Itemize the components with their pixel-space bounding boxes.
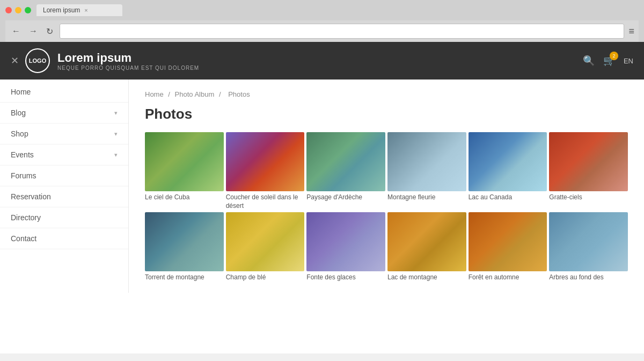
- cart-icon[interactable]: 🛒 2: [603, 55, 615, 67]
- photo-item[interactable]: Le ciel de Cuba: [145, 132, 224, 210]
- header-close-icon[interactable]: ✕: [11, 55, 19, 67]
- breadcrumb: Home / Photo Album / Photos: [145, 90, 628, 98]
- sidebar-item-shop[interactable]: Shop ▾: [0, 124, 128, 145]
- browser-dots: [5, 7, 31, 13]
- photo-thumbnail: [549, 132, 628, 191]
- cart-badge: 2: [610, 52, 618, 60]
- photo-item[interactable]: Paysage d'Ardèche: [306, 132, 385, 210]
- sidebar-item-label: Contact: [11, 234, 36, 243]
- sidebar-item-forums[interactable]: Forums: [0, 165, 128, 186]
- chevron-down-icon: ▾: [114, 151, 118, 158]
- language-button[interactable]: EN: [624, 57, 633, 65]
- photo-caption: Arbres au fond des: [549, 273, 628, 282]
- photo-thumbnail: [387, 132, 466, 191]
- tab-close-button[interactable]: ×: [84, 7, 87, 13]
- browser-nav-bar: ← → ↻ ≡: [5, 20, 639, 42]
- photo-item[interactable]: Lac au Canada: [469, 132, 547, 210]
- chevron-down-icon: ▾: [114, 131, 118, 138]
- brand-name: Lorem ipsum: [57, 51, 199, 65]
- sidebar-item-label: Forums: [11, 171, 36, 180]
- browser-menu-button[interactable]: ≡: [628, 26, 634, 37]
- chevron-down-icon: ▾: [114, 110, 118, 117]
- site-wrapper: ✕ LOGO Lorem ipsum NEQUE PORRO QUISQUAM …: [0, 42, 644, 353]
- photo-item[interactable]: Forêt en automne: [469, 212, 547, 282]
- header-brand: Lorem ipsum NEQUE PORRO QUISQUAM EST QUI…: [57, 51, 199, 71]
- address-bar[interactable]: [60, 24, 624, 39]
- page-title: Photos: [145, 106, 628, 122]
- photo-thumbnail: [226, 132, 305, 191]
- photo-item[interactable]: Montagne fleurie: [387, 132, 466, 210]
- photo-item[interactable]: Coucher de soleil dans le désert: [226, 132, 305, 210]
- browser-title-bar: Lorem ipsum ×: [5, 4, 639, 16]
- header-right: 🔍 🛒 2 EN: [583, 55, 633, 67]
- breadcrumb-album[interactable]: Photo Album: [175, 90, 215, 98]
- tab-label: Lorem ipsum: [43, 6, 80, 14]
- breadcrumb-sep2: /: [219, 90, 221, 98]
- photo-caption: Montagne fleurie: [387, 193, 466, 202]
- sidebar-item-contact[interactable]: Contact: [0, 228, 128, 249]
- main-content: Home / Photo Album / Photos Photos Le ci…: [129, 80, 644, 293]
- photo-thumbnail: [226, 212, 305, 271]
- photo-thumbnail: [145, 212, 224, 271]
- breadcrumb-current: Photos: [228, 90, 250, 98]
- dot-red: [5, 7, 12, 13]
- forward-button[interactable]: →: [27, 25, 40, 37]
- photo-thumbnail: [306, 132, 385, 191]
- browser-tab[interactable]: Lorem ipsum ×: [36, 4, 122, 16]
- photo-caption: Champ de blé: [226, 273, 305, 282]
- photo-caption: Torrent de montagne: [145, 273, 224, 282]
- refresh-button[interactable]: ↻: [44, 25, 55, 38]
- photo-caption: Fonte des glaces: [306, 273, 385, 282]
- photo-caption: Le ciel de Cuba: [145, 193, 224, 202]
- photo-thumbnail: [469, 132, 547, 191]
- sidebar-item-directory[interactable]: Directory: [0, 207, 128, 228]
- photo-thumbnail: [145, 132, 224, 191]
- browser-chrome: Lorem ipsum × ← → ↻ ≡: [0, 0, 644, 42]
- sidebar-item-label: Directory: [11, 213, 41, 222]
- photo-thumbnail: [549, 212, 628, 271]
- brand-tagline: NEQUE PORRO QUISQUAM EST QUI DOLOREM: [57, 65, 199, 71]
- sidebar-item-label: Blog: [11, 109, 26, 117]
- sidebar-item-events[interactable]: Events ▾: [0, 145, 128, 165]
- sidebar: Home Blog ▾ Shop ▾ Events ▾ Forums Reser…: [0, 80, 129, 293]
- dot-green: [25, 7, 31, 13]
- photo-item[interactable]: Champ de blé: [226, 212, 305, 282]
- sidebar-item-label: Reservation: [11, 192, 51, 201]
- photo-caption: Paysage d'Ardèche: [306, 193, 385, 202]
- photo-caption: Forêt en automne: [469, 273, 547, 282]
- photo-item[interactable]: Gratte-ciels: [549, 132, 628, 210]
- logo-circle: LOGO: [25, 48, 50, 73]
- photo-thumbnail: [306, 212, 385, 271]
- photo-caption: Lac de montagne: [387, 273, 466, 282]
- photo-thumbnail: [469, 212, 547, 271]
- sidebar-item-blog[interactable]: Blog ▾: [0, 103, 128, 124]
- site-header: ✕ LOGO Lorem ipsum NEQUE PORRO QUISQUAM …: [0, 42, 644, 80]
- photo-grid: Le ciel de CubaCoucher de soleil dans le…: [145, 132, 628, 282]
- breadcrumb-sep1: /: [168, 90, 170, 98]
- photo-caption: Gratte-ciels: [549, 193, 628, 202]
- sidebar-item-home[interactable]: Home: [0, 82, 128, 103]
- breadcrumb-home[interactable]: Home: [145, 90, 164, 98]
- search-icon[interactable]: 🔍: [583, 55, 595, 67]
- photo-caption: Coucher de soleil dans le désert: [226, 193, 305, 210]
- photo-caption: Lac au Canada: [469, 193, 547, 202]
- photo-item[interactable]: Arbres au fond des: [549, 212, 628, 282]
- photo-item[interactable]: Fonte des glaces: [306, 212, 385, 282]
- sidebar-item-label: Shop: [11, 129, 28, 138]
- sidebar-item-reservation[interactable]: Reservation: [0, 186, 128, 207]
- site-body: Home Blog ▾ Shop ▾ Events ▾ Forums Reser…: [0, 80, 644, 293]
- photo-thumbnail: [387, 212, 466, 271]
- photo-item[interactable]: Torrent de montagne: [145, 212, 224, 282]
- photo-item[interactable]: Lac de montagne: [387, 212, 466, 282]
- sidebar-item-label: Home: [11, 88, 31, 96]
- back-button[interactable]: ←: [10, 25, 23, 37]
- sidebar-item-label: Events: [11, 150, 34, 159]
- dot-yellow: [15, 7, 21, 13]
